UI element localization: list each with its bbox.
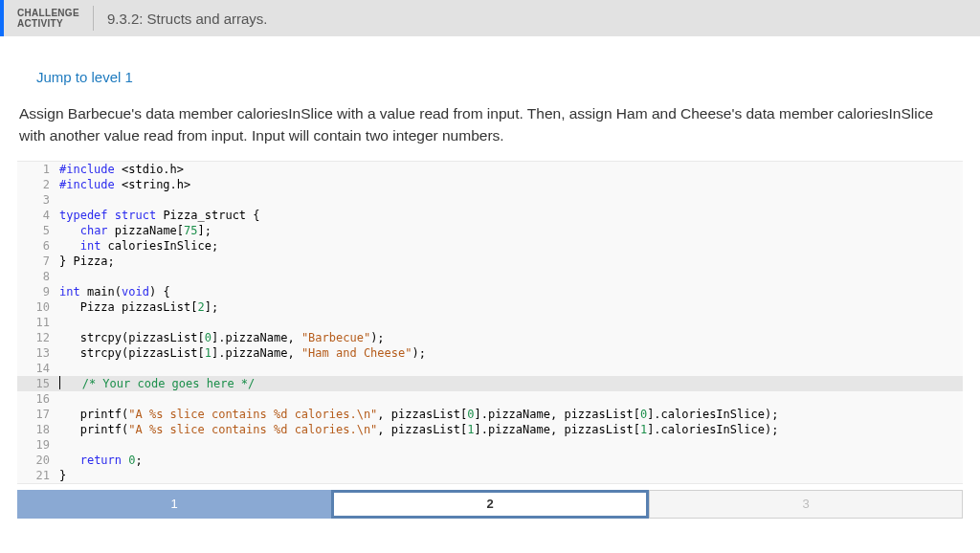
- line-number: 19: [17, 437, 59, 453]
- code-line[interactable]: 4typedef struct Pizza_struct {: [17, 208, 963, 223]
- code-line[interactable]: 3: [17, 192, 963, 208]
- challenge-label-line2: ACTIVITY: [17, 18, 79, 29]
- line-content[interactable]: [59, 192, 963, 208]
- level-pagination: 123: [17, 490, 963, 519]
- code-line[interactable]: 16: [17, 391, 963, 407]
- level-page-button[interactable]: 3: [649, 490, 963, 519]
- code-line[interactable]: 2#include <string.h>: [17, 177, 963, 192]
- challenge-label-line1: CHALLENGE: [17, 8, 79, 18]
- code-line[interactable]: 17 printf("A %s slice contains %d calori…: [17, 407, 963, 422]
- line-number: 14: [17, 361, 59, 376]
- line-content[interactable]: [59, 391, 963, 407]
- code-line[interactable]: 7} Pizza;: [17, 254, 963, 269]
- code-line[interactable]: 15 /* Your code goes here */: [17, 376, 963, 391]
- code-line[interactable]: 9int main(void) {: [17, 284, 963, 299]
- line-number: 10: [17, 299, 59, 315]
- line-number: 4: [17, 208, 59, 223]
- line-number: 21: [17, 468, 59, 483]
- code-line[interactable]: 13 strcpy(pizzasList[1].pizzaName, "Ham …: [17, 345, 963, 361]
- header-bar: CHALLENGE ACTIVITY 9.3.2: Structs and ar…: [0, 0, 980, 36]
- line-number: 18: [17, 422, 59, 437]
- code-line[interactable]: 19: [17, 437, 963, 453]
- line-number: 9: [17, 284, 59, 299]
- line-content[interactable]: [59, 269, 963, 284]
- level-page-button[interactable]: 2: [331, 490, 649, 519]
- line-number: 2: [17, 177, 59, 192]
- line-content[interactable]: } Pizza;: [59, 254, 963, 269]
- line-number: 7: [17, 254, 59, 269]
- line-number: 1: [17, 162, 59, 177]
- line-content[interactable]: #include <string.h>: [59, 177, 963, 192]
- line-content[interactable]: printf("A %s slice contains %d calories.…: [59, 407, 963, 422]
- line-content[interactable]: char pizzaName[75];: [59, 223, 963, 238]
- line-content[interactable]: [59, 315, 963, 330]
- line-number: 8: [17, 269, 59, 284]
- code-line[interactable]: 21}: [17, 468, 963, 483]
- line-number: 11: [17, 315, 59, 330]
- line-number: 20: [17, 453, 59, 468]
- code-editor[interactable]: 1#include <stdio.h>2#include <string.h>3…: [17, 161, 963, 484]
- line-number: 12: [17, 330, 59, 345]
- code-line[interactable]: 5 char pizzaName[75];: [17, 223, 963, 238]
- line-content[interactable]: Pizza pizzasList[2];: [59, 299, 963, 315]
- line-number: 16: [17, 391, 59, 407]
- line-content[interactable]: #include <stdio.h>: [59, 162, 963, 177]
- code-line[interactable]: 12 strcpy(pizzasList[0].pizzaName, "Barb…: [17, 330, 963, 345]
- code-line[interactable]: 11: [17, 315, 963, 330]
- code-line[interactable]: 8: [17, 269, 963, 284]
- code-line[interactable]: 18 printf("A %s slice contains %d calori…: [17, 422, 963, 437]
- content-area: Jump to level 1 Assign Barbecue's data m…: [0, 36, 980, 484]
- line-number: 3: [17, 192, 59, 208]
- line-content[interactable]: }: [59, 468, 963, 483]
- line-content[interactable]: strcpy(pizzasList[1].pizzaName, "Ham and…: [59, 345, 963, 361]
- line-content[interactable]: printf("A %s slice contains %d calories.…: [59, 422, 963, 437]
- line-content[interactable]: [59, 361, 963, 376]
- jump-to-level-link[interactable]: Jump to level 1: [17, 61, 152, 102]
- line-number: 5: [17, 223, 59, 238]
- line-content[interactable]: int main(void) {: [59, 284, 963, 299]
- code-line[interactable]: 20 return 0;: [17, 453, 963, 468]
- level-page-button[interactable]: 1: [17, 490, 331, 519]
- line-number: 17: [17, 407, 59, 422]
- line-number: 13: [17, 345, 59, 361]
- activity-title: 9.3.2: Structs and arrays.: [94, 11, 268, 27]
- code-line[interactable]: 14: [17, 361, 963, 376]
- line-content[interactable]: int caloriesInSlice;: [59, 238, 963, 254]
- code-line[interactable]: 6 int caloriesInSlice;: [17, 238, 963, 254]
- line-content[interactable]: typedef struct Pizza_struct {: [59, 208, 963, 223]
- line-content[interactable]: [59, 437, 963, 453]
- text-cursor: [59, 376, 60, 389]
- line-number: 6: [17, 238, 59, 254]
- line-number: 15: [17, 376, 59, 391]
- code-line[interactable]: 1#include <stdio.h>: [17, 162, 963, 177]
- line-content[interactable]: /* Your code goes here */: [59, 376, 963, 391]
- line-content[interactable]: return 0;: [59, 453, 963, 468]
- challenge-activity-label: CHALLENGE ACTIVITY: [4, 6, 94, 31]
- line-content[interactable]: strcpy(pizzasList[0].pizzaName, "Barbecu…: [59, 330, 963, 345]
- instructions-text: Assign Barbecue's data member caloriesIn…: [17, 102, 963, 161]
- code-line[interactable]: 10 Pizza pizzasList[2];: [17, 299, 963, 315]
